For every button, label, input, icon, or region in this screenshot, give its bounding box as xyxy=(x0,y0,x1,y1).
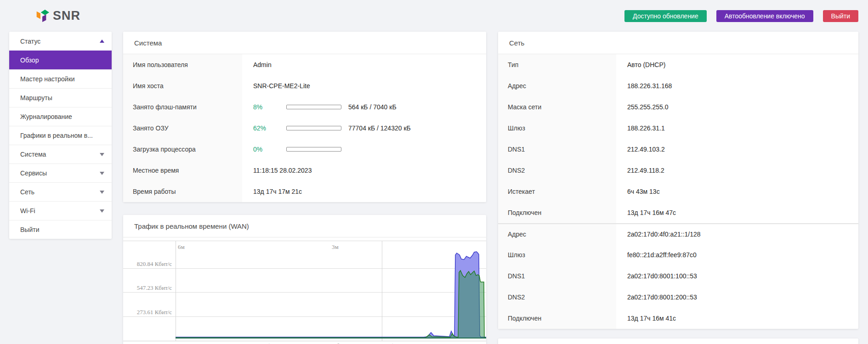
sidebar-item-label: Сервисы xyxy=(20,169,47,177)
sidebar-item-label: Wi-Fi xyxy=(20,207,35,214)
table-row: Загрузка процессора0% xyxy=(123,139,486,160)
snr-cube-icon xyxy=(36,10,49,22)
row-value: 11:18:15 28.02.2023 xyxy=(242,160,486,181)
sidebar-item-9[interactable]: Wi-Fi xyxy=(9,201,112,220)
row-label: Шлюз xyxy=(498,118,616,139)
topbar-buttons: Доступно обновление Автообновление включ… xyxy=(624,10,858,22)
row-label: Занято флэш-памяти xyxy=(123,96,242,118)
row-label: Подключен xyxy=(498,202,616,223)
row-label: Загрузка процессора xyxy=(123,139,242,160)
snr-logo[interactable]: SNR xyxy=(36,9,80,23)
y-tick-547: 547.23 Кбит/с xyxy=(123,284,172,292)
row-label: Занято ОЗУ xyxy=(123,118,242,139)
row-value: 13д 17ч 17м 21с xyxy=(242,181,486,202)
chevron-down-icon xyxy=(100,191,104,194)
table-row: DNS22a02:17d0:8001:200::53 xyxy=(498,287,858,308)
chevron-down-icon xyxy=(100,153,104,156)
table-row: Занято ОЗУ62%77704 кБ / 124320 кБ xyxy=(123,118,486,139)
logo-text: SNR xyxy=(53,9,80,23)
right-column: Сеть ТипАвто (DHCP)Адрес188.226.31.168Ма… xyxy=(498,32,858,344)
sidebar-item-label: Журналирование xyxy=(20,113,72,120)
table-row: Имя хостаSNR-CPE-ME2-Lite xyxy=(123,75,486,96)
row-label: Маска сети xyxy=(498,96,616,118)
row-value: 188.226.31.1 xyxy=(616,118,858,139)
sidebar-item-8[interactable]: Сеть xyxy=(9,182,112,201)
table-row: Подключен13д 17ч 16м 47с xyxy=(498,202,858,223)
table-row: DNS2212.49.118.2 xyxy=(498,160,858,181)
row-label: Шлюз xyxy=(498,244,616,265)
autoupdate-enabled-button[interactable]: Автообновление включено xyxy=(716,10,813,22)
row-label: DNS1 xyxy=(498,139,616,160)
sidebar-item-5[interactable]: Графики в реальном в... xyxy=(9,126,112,145)
row-value: 212.49.118.2 xyxy=(616,160,858,181)
chart-footer-clipped: (Окно: 6 минут, интервал обновления: 3 с… xyxy=(176,342,486,344)
next-card-partial xyxy=(498,338,858,344)
traffic-card: Трафик в реальном времени (WAN) 820.84 К… xyxy=(123,215,486,344)
row-label: DNS2 xyxy=(498,287,616,308)
row-value: 13д 17ч 16м 41с xyxy=(616,308,858,329)
chart-x-axis xyxy=(123,341,486,341)
sidebar-item-label: Сеть xyxy=(20,188,34,196)
row-label: Время работы xyxy=(123,181,242,202)
network-table: ТипАвто (DHCP)Адрес188.226.31.168Маска с… xyxy=(498,54,858,329)
sidebar-item-6[interactable]: Система xyxy=(9,145,112,164)
sidebar-item-label: Маршруты xyxy=(20,94,52,102)
row-value: 0% xyxy=(242,139,486,160)
usage-detail: 77704 кБ / 124320 кБ xyxy=(348,124,411,132)
sidebar-item-2[interactable]: Мастер настройки xyxy=(9,69,112,88)
sidebar-item-label: Графики в реальном в... xyxy=(20,132,93,139)
row-label: Имя пользователя xyxy=(123,54,242,75)
row-label: Тип xyxy=(498,54,616,75)
percent-value: 0% xyxy=(253,146,286,153)
table-row: ТипАвто (DHCP) xyxy=(498,54,858,75)
row-value: Авто (DHCP) xyxy=(616,54,858,75)
row-label: Имя хоста xyxy=(123,75,242,96)
progress-bar xyxy=(286,147,341,152)
row-label: Адрес xyxy=(498,224,616,244)
table-row: Имя пользователяAdmin xyxy=(123,54,486,75)
row-label: Подключен xyxy=(498,308,616,329)
table-row: Шлюзfe80::21d:a2ff:fee9:87c0 xyxy=(498,244,858,265)
row-value: 8%564 кБ / 7040 кБ xyxy=(242,96,486,118)
network-card-title: Сеть xyxy=(498,32,858,54)
sidebar-item-overview-active[interactable]: Обзор xyxy=(9,51,112,69)
row-value: 2a02:17d0:8001:100::53 xyxy=(616,265,858,287)
row-value: fe80::21d:a2ff:fee9:87c0 xyxy=(616,244,858,265)
update-available-button[interactable]: Доступно обновление xyxy=(624,10,707,22)
sidebar-item-10[interactable]: Выйти xyxy=(9,220,112,239)
sidebar-item-label: Статус xyxy=(20,38,40,45)
sidebar-item-3[interactable]: Маршруты xyxy=(9,88,112,107)
system-card-title: Система xyxy=(123,32,486,54)
realtime-traffic-chart: 820.84 Кбит/с 547.23 Кбит/с 273.61 Кбит/… xyxy=(123,241,486,344)
traffic-card-title: Трафик в реальном времени (WAN) xyxy=(123,215,486,237)
row-value: 2a02:17d0:4f0:a21::1/128 xyxy=(616,224,858,244)
traffic-series-plot xyxy=(176,241,486,341)
row-value: 62%77704 кБ / 124320 кБ xyxy=(242,118,486,139)
top-bar: SNR Доступно обновление Автообновление в… xyxy=(0,0,868,32)
row-value: Admin xyxy=(242,54,486,75)
sidebar-item-7[interactable]: Сервисы xyxy=(9,164,112,182)
row-value: 255.255.255.0 xyxy=(616,96,858,118)
chevron-down-icon xyxy=(100,209,104,213)
row-label: DNS2 xyxy=(498,160,616,181)
row-value: 188.226.31.168 xyxy=(616,75,858,96)
table-row: Адрес188.226.31.168 xyxy=(498,75,858,96)
logout-button[interactable]: Выйти xyxy=(823,10,858,22)
table-row: DNS1212.49.103.2 xyxy=(498,139,858,160)
row-value: 212.49.103.2 xyxy=(616,139,858,160)
chevron-up-icon xyxy=(100,39,104,43)
row-label: Истекает xyxy=(498,181,616,202)
row-value: 2a02:17d0:8001:200::53 xyxy=(616,287,858,308)
row-label: Местное время xyxy=(123,160,242,181)
sidebar-item-4[interactable]: Журналирование xyxy=(9,107,112,126)
system-table: Имя пользователяAdminИмя хостаSNR-CPE-ME… xyxy=(123,54,486,202)
progress-bar xyxy=(286,105,341,109)
sidebar-item-0[interactable]: Статус xyxy=(9,32,112,51)
sidebar-item-label: Мастер настройки xyxy=(20,75,75,83)
table-row: Местное время11:18:15 28.02.2023 xyxy=(123,160,486,181)
row-value: 6ч 43м 13с xyxy=(616,181,858,202)
usage-detail: 564 кБ / 7040 кБ xyxy=(348,103,397,111)
network-card: Сеть ТипАвто (DHCP)Адрес188.226.31.168Ма… xyxy=(498,32,858,329)
sidebar-item-label: Обзор xyxy=(20,56,39,64)
table-row: Время работы13д 17ч 17м 21с xyxy=(123,181,486,202)
